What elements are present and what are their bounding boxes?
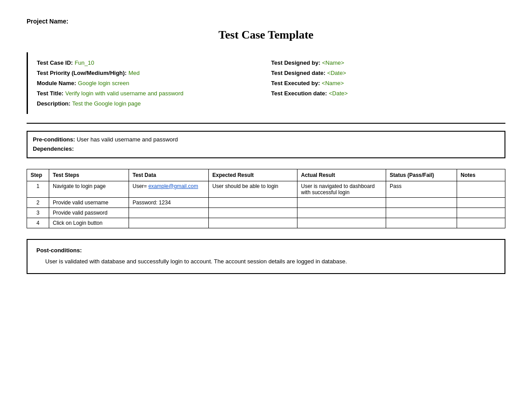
test-title-label: Test Title: — [37, 90, 63, 97]
step-4-expected-result — [209, 218, 297, 228]
step-1-expected-result: User should be able to login — [209, 181, 297, 197]
test-title-row: Test Title: Verify login with valid user… — [37, 90, 262, 97]
post-conditions-label: Post-conditions: — [36, 247, 496, 254]
step-1-email-link[interactable]: example@gmail.com — [149, 183, 198, 189]
description-row: Description: Test the Google login page — [37, 100, 262, 107]
step-2-test-data: Password: 1234 — [129, 197, 209, 207]
post-conditions-value: User is validated with database and succ… — [36, 257, 496, 266]
step-4-status — [386, 218, 457, 228]
step-3-status — [386, 207, 457, 218]
step-1-test-steps: Navigate to login page — [49, 181, 129, 197]
info-grid: Test Case ID: Fun_10 Test Priority (Low/… — [37, 59, 497, 107]
step-4-test-steps: Click on Login button — [49, 218, 129, 228]
project-name-label: Project Name: — [27, 18, 505, 25]
info-right-col: Test Designed by: <Name> Test Designed d… — [271, 59, 497, 107]
description-label: Description: — [37, 100, 70, 107]
test-title-value: Verify login with valid username and pas… — [65, 90, 184, 97]
test-case-id-value: Fun_10 — [74, 59, 94, 66]
step-3-notes — [457, 207, 505, 218]
test-executed-by-value: <Name> — [322, 80, 344, 86]
preconditions-section: Pre-conditions: User has valid username … — [27, 131, 505, 158]
step-1-status: Pass — [386, 181, 457, 197]
preconditions-label: Pre-conditions: — [33, 136, 75, 143]
step-4-test-data — [129, 218, 209, 228]
test-priority-row: Test Priority (Low/Medium/High): Med — [37, 70, 262, 76]
step-1-actual-result: User is navigated to dashboard with succ… — [297, 181, 386, 197]
step-1-test-data: User= example@gmail.com — [129, 181, 209, 197]
step-2-num: 2 — [27, 197, 49, 207]
module-name-label: Module Name: — [37, 80, 76, 86]
table-header-row: Step Test Steps Test Data Expected Resul… — [27, 169, 505, 181]
test-priority-value: Med — [129, 70, 140, 76]
step-1-notes — [457, 181, 505, 197]
info-section: Test Case ID: Fun_10 Test Priority (Low/… — [27, 52, 505, 114]
step-3-num: 3 — [27, 207, 49, 218]
col-step: Step — [27, 169, 49, 181]
preconditions-row: Pre-conditions: User has valid username … — [33, 135, 499, 145]
test-execution-date-row: Test Execution date: <Date> — [271, 90, 497, 97]
divider-1 — [27, 123, 505, 124]
post-conditions-section: Post-conditions: User is validated with … — [27, 239, 505, 274]
col-test-steps: Test Steps — [49, 169, 129, 181]
test-designed-date-row: Test Designed date: <Date> — [271, 70, 497, 76]
table-row: 2 Provide valid username Password: 1234 — [27, 197, 505, 207]
test-designed-date-label: Test Designed date: — [271, 70, 326, 76]
step-3-test-steps: Provide valid password — [49, 207, 129, 218]
module-name-value: Google login screen — [78, 80, 129, 86]
preconditions-value: User has valid username and password — [77, 136, 178, 143]
test-designed-by-value: <Name> — [322, 59, 344, 66]
test-case-id-label: Test Case ID: — [37, 59, 73, 66]
step-3-test-data — [129, 207, 209, 218]
test-designed-by-label: Test Designed by: — [271, 59, 321, 66]
step-4-actual-result — [297, 218, 386, 228]
test-steps-table: Step Test Steps Test Data Expected Resul… — [27, 169, 505, 228]
test-execution-date-value: <Date> — [329, 90, 348, 97]
step-2-expected-result — [209, 197, 297, 207]
col-expected-result: Expected Result — [209, 169, 297, 181]
step-1-test-data-text: User= — [133, 183, 149, 189]
col-test-data: Test Data — [129, 169, 209, 181]
module-name-row: Module Name: Google login screen — [37, 80, 262, 86]
step-4-notes — [457, 218, 505, 228]
step-4-num: 4 — [27, 218, 49, 228]
col-notes: Notes — [457, 169, 505, 181]
test-executed-by-row: Test Executed by: <Name> — [271, 80, 497, 86]
table-row: 1 Navigate to login page User= example@g… — [27, 181, 505, 197]
test-execution-date-label: Test Execution date: — [271, 90, 327, 97]
col-status: Status (Pass/Fail) — [386, 169, 457, 181]
step-1-num: 1 — [27, 181, 49, 197]
step-2-notes — [457, 197, 505, 207]
step-3-actual-result — [297, 207, 386, 218]
info-left-col: Test Case ID: Fun_10 Test Priority (Low/… — [37, 59, 262, 107]
page-title: Test Case Template — [27, 28, 505, 42]
dependencies-label: Dependencies: — [33, 145, 74, 152]
dependencies-row: Dependencies: — [33, 145, 499, 154]
test-case-id-row: Test Case ID: Fun_10 — [37, 59, 262, 66]
test-executed-by-label: Test Executed by: — [271, 80, 320, 86]
test-priority-label: Test Priority (Low/Medium/High): — [37, 70, 127, 76]
step-2-test-steps: Provide valid username — [49, 197, 129, 207]
table-row: 4 Click on Login button — [27, 218, 505, 228]
test-designed-date-value: <Date> — [327, 70, 346, 76]
table-row: 3 Provide valid password — [27, 207, 505, 218]
step-2-actual-result — [297, 197, 386, 207]
description-value: Test the Google login page — [72, 100, 141, 107]
step-2-status — [386, 197, 457, 207]
step-3-expected-result — [209, 207, 297, 218]
col-actual-result: Actual Result — [297, 169, 386, 181]
test-designed-by-row: Test Designed by: <Name> — [271, 59, 497, 66]
